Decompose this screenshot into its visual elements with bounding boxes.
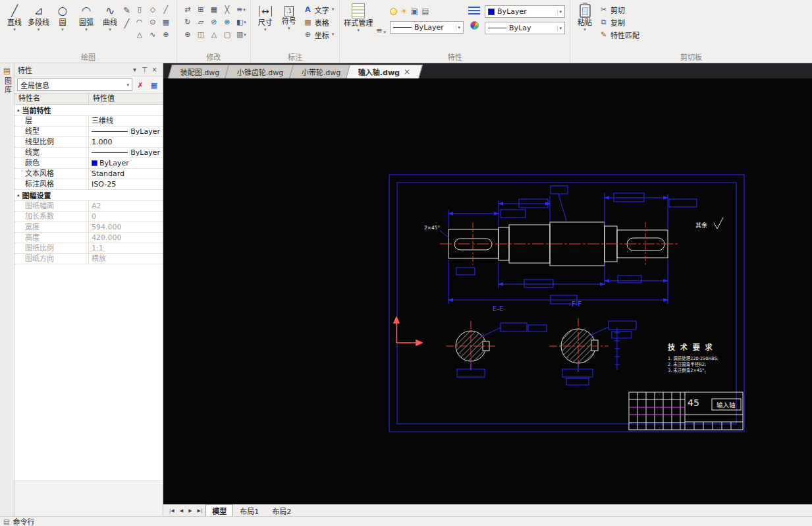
layout-tab[interactable]: 布局1: [233, 504, 265, 517]
property-value: A2: [92, 201, 101, 211]
arc-button[interactable]: ◠ 圆弧 ▾: [74, 1, 98, 32]
draw-tool-icon[interactable]: ⊙: [147, 17, 159, 28]
property-name: 线型比例: [14, 137, 89, 147]
property-row[interactable]: 标注风格 ISO-25: [14, 179, 163, 190]
match-properties-button[interactable]: ✎ 特性匹配: [597, 29, 642, 40]
clear-override-button[interactable]: ✗: [134, 79, 146, 91]
property-name: 线型: [14, 127, 89, 136]
modify-tool-icon[interactable]: ▱: [195, 17, 207, 28]
property-value: 0: [92, 212, 96, 221]
model-space-canvas[interactable]: 2×45° 其余 E-E: [163, 78, 812, 504]
layer-display-icon[interactable]: ▣: [411, 7, 418, 16]
style-manager-button[interactable]: 样式管理 ▾: [342, 1, 374, 33]
last-layout-icon[interactable]: ▶|: [196, 508, 205, 513]
text-button[interactable]: A 文字 ▾: [301, 4, 337, 15]
property-value-cell[interactable]: Standard: [89, 169, 163, 179]
document-tab-label: 小锥齿轮.dwg: [237, 67, 283, 77]
property-row[interactable]: 颜色 ByLayer: [14, 158, 163, 169]
chevron-down-icon: ▾: [244, 20, 246, 25]
property-row[interactable]: 线型 ByLayer: [14, 127, 163, 137]
paste-button[interactable]: 粘贴 ▾: [573, 1, 597, 32]
color-combo[interactable]: ByLayer ▾: [485, 5, 565, 18]
modify-tool-icon[interactable]: ▦: [208, 5, 220, 16]
close-icon[interactable]: ×: [404, 67, 410, 76]
modify-tool-icon[interactable]: △: [208, 30, 220, 41]
draw-tool-icon[interactable]: ◇: [147, 5, 159, 16]
layout-tab[interactable]: 布局2: [265, 504, 298, 517]
modify-tool-icon[interactable]: ╳: [221, 5, 233, 16]
property-value-cell[interactable]: ByLayer: [89, 148, 163, 158]
modify-tool-icon[interactable]: ◧ ▾: [236, 17, 246, 28]
sketch-icon[interactable]: ✎: [123, 5, 130, 16]
command-bar[interactable]: ▤ 命令行: [0, 516, 812, 526]
property-value-cell[interactable]: ISO-25: [89, 179, 163, 189]
document-tab[interactable]: 装配图.dwg ×: [168, 65, 232, 78]
document-tab[interactable]: 小锥齿轮.dwg ×: [225, 65, 296, 78]
property-name: 层: [14, 116, 89, 126]
layout-tab[interactable]: 模型: [205, 504, 233, 517]
library-tab[interactable]: ▤ 图库: [0, 63, 14, 94]
modify-tool-icon[interactable]: ↻: [182, 17, 194, 28]
chevron-down-icon: ▾: [244, 33, 246, 38]
property-row[interactable]: 线宽 ByLayer: [14, 148, 163, 158]
group-current-properties[interactable]: ▴ 当前特性: [14, 105, 163, 116]
symbol-button[interactable]: .1 符号 ▾: [277, 1, 301, 31]
close-icon[interactable]: ×: [149, 66, 159, 73]
color-palette-icon[interactable]: [470, 21, 479, 30]
circle-button[interactable]: ○ 圆 ▾: [51, 1, 74, 32]
table-button[interactable]: ▦ 表格: [301, 16, 337, 28]
modify-tool-icon[interactable]: ◫: [195, 30, 207, 41]
property-row[interactable]: 文本风格 Standard: [14, 169, 163, 179]
layer-on-icon[interactable]: [390, 8, 397, 15]
menu-icon: ≡: [376, 26, 382, 35]
document-tab[interactable]: 小带轮.dwg ×: [289, 65, 353, 78]
chamfer-label: 2×45°: [424, 225, 441, 231]
property-value-cell[interactable]: 1.000: [89, 137, 163, 147]
document-tab[interactable]: 输入轴.dwg ×: [346, 65, 423, 78]
modify-tool-icon[interactable]: ≡ ▾: [236, 5, 246, 15]
linetype-combo[interactable]: ByLayer ▾: [390, 21, 464, 34]
prev-layout-icon[interactable]: ◀: [178, 508, 185, 513]
property-value-cell[interactable]: ByLayer: [89, 158, 163, 168]
property-value-cell[interactable]: ByLayer: [89, 127, 163, 136]
draw-tool-icon[interactable]: ◠: [134, 17, 146, 28]
property-value: 三维线: [92, 116, 113, 126]
settings-grid-button[interactable]: ▦: [148, 79, 160, 91]
draw-tool-icon[interactable]: ∿: [147, 30, 159, 41]
scope-combo[interactable]: 全局信息 ▾: [17, 78, 132, 91]
property-row[interactable]: 线型比例 1.000: [14, 137, 163, 148]
draw-tool-icon[interactable]: ╱: [160, 5, 172, 16]
linetype-list-icon[interactable]: [468, 7, 480, 15]
properties-menu-button[interactable]: ≡ ▾: [376, 26, 386, 35]
modify-tool-icon[interactable]: ⇄: [182, 5, 194, 16]
first-layout-icon[interactable]: |◀: [167, 508, 176, 513]
modify-tool-icon[interactable]: ⊕: [182, 30, 194, 41]
modify-tool-icon[interactable]: ⊘: [208, 17, 220, 28]
property-value-cell[interactable]: 三维线: [89, 116, 163, 126]
pin-icon[interactable]: ⊤: [140, 66, 149, 73]
panel-dropdown-button[interactable]: ▾: [130, 66, 140, 73]
coordinate-button[interactable]: ⊕ 坐标 ▾: [301, 29, 337, 40]
cut-button[interactable]: ✂ 剪切: [597, 4, 642, 15]
layer-plot-icon[interactable]: ▤: [421, 7, 429, 16]
curve-button[interactable]: ∿ 曲线 ▾: [98, 1, 122, 32]
dimension-button[interactable]: ↔ 尺寸 ▾: [254, 1, 277, 32]
modify-tool-icon[interactable]: ▢: [221, 30, 233, 41]
ray-icon[interactable]: ╱: [123, 18, 130, 29]
line-button[interactable]: ╱ 直线 ▾: [3, 1, 26, 32]
polyline-button[interactable]: ⊿ 多段线 ▾: [26, 1, 51, 32]
draw-tool-icon[interactable]: ▦: [160, 17, 172, 28]
property-row[interactable]: 层 三维线: [14, 116, 163, 127]
draw-tool-icon[interactable]: ⊕: [160, 30, 172, 41]
draw-tool-icon[interactable]: ▯: [134, 5, 146, 16]
group-sheet-settings[interactable]: ▴ 图幅设置: [14, 190, 163, 201]
modify-tool-icon[interactable]: ▥ ▾: [236, 30, 246, 40]
layer-thaw-icon[interactable]: ☀: [400, 7, 408, 16]
modify-tool-icon[interactable]: ⊗: [221, 17, 233, 28]
copy-button[interactable]: ⧉ 复制: [597, 16, 642, 28]
ucs-icon: [394, 317, 422, 345]
modify-tool-icon[interactable]: ⊞: [195, 5, 207, 16]
draw-tool-icon[interactable]: △: [134, 30, 146, 41]
next-layout-icon[interactable]: ▶: [186, 508, 194, 513]
lineweight-combo[interactable]: ByLay ▾: [485, 22, 565, 34]
